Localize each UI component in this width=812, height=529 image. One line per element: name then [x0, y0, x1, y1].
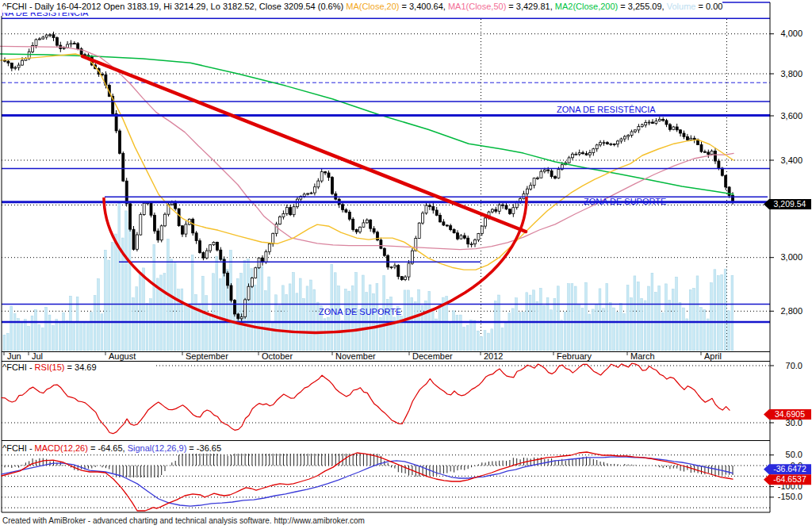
candle: [718, 161, 720, 168]
candle: [502, 205, 504, 205]
candle: [45, 35, 48, 37]
volume-bar: [181, 289, 183, 351]
volume-bar: [136, 287, 138, 351]
volume-bar: [303, 298, 305, 351]
volume-bar: [184, 305, 186, 351]
candle: [7, 61, 10, 63]
candle: [10, 63, 13, 69]
volume-bar: [459, 315, 462, 351]
volume-bar: [240, 274, 243, 351]
candle: [14, 67, 17, 68]
amibroker-chart-canvas[interactable]: NA DE RESISTÊNCIAZONA DE RESISTÊNCIAZONA…: [0, 0, 812, 529]
candle: [662, 119, 665, 121]
macd-value-tag-text: -64.6537: [773, 474, 806, 484]
month-label: February: [557, 351, 592, 361]
volume-bar: [293, 273, 295, 351]
y-axis-label: 2,800: [780, 306, 802, 316]
chart-title-bar: ^FCHI - Daily 16-04-2012 Open 3183.19, H…: [2, 2, 722, 13]
volume-bar: [606, 283, 608, 351]
ma200-line: [0, 54, 733, 194]
candle: [17, 65, 20, 67]
volume-bar: [209, 315, 211, 351]
y-axis-label: 3,000: [780, 252, 802, 262]
volume-bar: [661, 312, 664, 351]
candle: [568, 158, 570, 163]
volume-bar: [299, 278, 301, 351]
volume-bar: [83, 323, 86, 351]
candle: [373, 228, 375, 232]
volume-bar: [564, 312, 566, 351]
volume-bar: [696, 276, 699, 351]
candle: [638, 127, 640, 130]
candle: [617, 141, 619, 144]
candle: [125, 181, 128, 204]
candle: [317, 181, 320, 187]
volume-bar: [707, 319, 709, 351]
candle: [331, 178, 333, 194]
candle: [710, 151, 713, 154]
candle: [185, 224, 187, 234]
volume-bar: [484, 331, 486, 351]
volume-bar: [651, 273, 653, 351]
volume-bar: [258, 266, 260, 351]
candle: [397, 266, 400, 277]
volume-bar: [466, 325, 469, 351]
candle: [686, 136, 688, 140]
candle: [537, 178, 539, 178]
candle: [557, 169, 560, 178]
candle: [526, 189, 528, 194]
candle: [285, 208, 288, 214]
volume-bar: [66, 321, 68, 351]
volume-bar: [38, 324, 40, 351]
candle: [77, 44, 79, 49]
candle: [383, 248, 385, 255]
volume-bar: [505, 323, 508, 351]
candle: [435, 210, 438, 215]
volume-bar: [101, 314, 103, 351]
candle: [182, 226, 184, 235]
candle: [400, 277, 403, 280]
volume-bar: [41, 328, 44, 351]
candle: [422, 213, 424, 223]
candle: [202, 253, 205, 259]
volume-bar: [439, 305, 441, 351]
month-label: Jun: [7, 351, 21, 361]
volume-bar: [463, 327, 465, 351]
volume-bar: [143, 268, 145, 351]
candle: [470, 244, 473, 245]
candle: [599, 143, 602, 145]
volume-bar: [351, 286, 354, 351]
candle: [442, 222, 445, 225]
volume-bar: [700, 308, 703, 351]
ma50-label: MA1(Close,50): [448, 2, 506, 11]
volume-bar: [376, 284, 378, 351]
candle: [655, 121, 657, 124]
volume-bar: [268, 277, 270, 351]
zone-label: ZONA DE SUPORTE: [584, 197, 666, 206]
candle: [665, 121, 668, 125]
volume-bar: [550, 310, 553, 351]
volume-bar: [623, 313, 626, 351]
candle: [485, 218, 487, 226]
candle: [703, 151, 706, 152]
candle: [627, 136, 630, 137]
volume-bar: [641, 298, 643, 351]
candle: [630, 132, 633, 136]
volume-bar: [728, 311, 730, 351]
candle: [279, 217, 282, 224]
volume-bar: [191, 255, 193, 351]
candle: [310, 193, 312, 194]
month-label: April: [704, 351, 722, 361]
month-label: October: [262, 351, 293, 361]
volume-bar: [90, 312, 93, 351]
candle: [118, 131, 121, 153]
candle: [49, 35, 52, 36]
candle: [56, 38, 58, 46]
candle: [240, 317, 243, 319]
candle: [425, 205, 427, 213]
volume-bar: [306, 286, 308, 351]
volume-bar: [511, 309, 514, 351]
y-axis-label: 4,000: [780, 29, 802, 38]
candle: [342, 205, 344, 210]
candle: [540, 171, 542, 178]
